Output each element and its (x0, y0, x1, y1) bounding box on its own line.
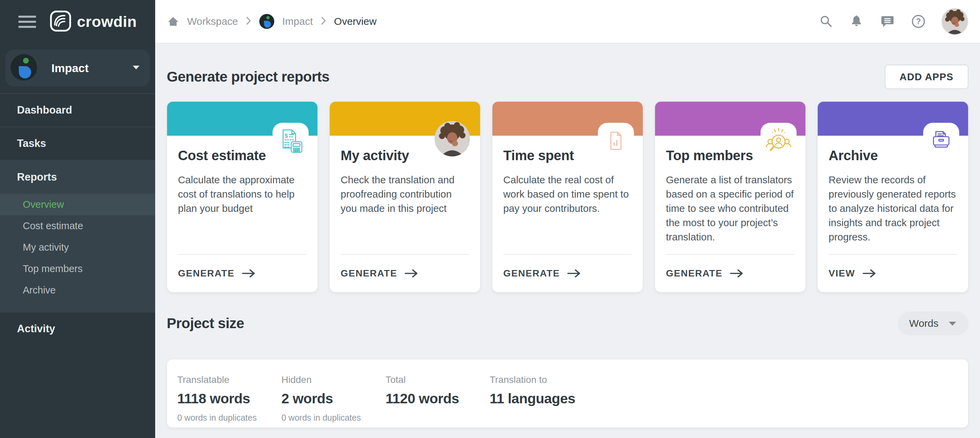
breadcrumb-workspace[interactable]: Workspace (187, 16, 238, 27)
stat-total: Total 1120 words (385, 375, 490, 427)
notifications-bell-icon[interactable] (850, 14, 864, 28)
sidebar-item-tasks[interactable]: Tasks (0, 127, 155, 160)
archive-box-icon (923, 123, 959, 163)
card-description: Check the translation and proofreading c… (340, 173, 469, 216)
member-photo (434, 121, 470, 156)
generate-link[interactable]: GENERATE (340, 254, 469, 292)
sidebar-item-my-activity[interactable]: My activity (0, 237, 155, 258)
arrow-right-icon (862, 269, 876, 278)
card-description: Calculate the real cost of work based on… (503, 173, 632, 216)
crowdin-logo[interactable]: crowdin (50, 10, 137, 33)
chevron-down-icon (132, 65, 140, 71)
card-top-members: Top members Generate a list of translato… (655, 102, 806, 292)
breadcrumb: Workspace Impact Overview (167, 14, 377, 29)
crowdin-wordmark: crowdin (77, 13, 137, 30)
messages-icon[interactable] (880, 14, 895, 29)
sidebar-nav: Dashboard Tasks Reports Overview Cost es… (0, 93, 155, 345)
user-avatar[interactable] (942, 8, 968, 34)
sidebar-item-cost-estimate[interactable]: Cost estimate (0, 215, 155, 237)
search-people-icon (760, 123, 797, 163)
chevron-right-icon (321, 16, 326, 27)
project-switcher-label: Impact (51, 62, 132, 75)
sidebar-item-top-members[interactable]: Top members (0, 258, 155, 279)
view-link[interactable]: VIEW (829, 254, 957, 292)
arrow-right-icon (404, 269, 418, 278)
project-size-title: Project size (167, 315, 244, 332)
main-content: Generate project reports ADD APPS $ (155, 43, 980, 438)
sidebar-item-dashboard[interactable]: Dashboard (0, 93, 155, 127)
sidebar-item-activity[interactable]: Activity (0, 312, 155, 345)
sidebar-reports-section: Reports Overview Cost estimate My activi… (0, 160, 155, 312)
card-description: Review the records of previously generat… (829, 173, 957, 244)
chevron-down-icon (948, 321, 957, 326)
topbar: Workspace Impact Overview (155, 0, 980, 43)
generate-link[interactable]: GENERATE (666, 254, 795, 292)
sidebar-item-overview[interactable]: Overview (0, 194, 155, 215)
sidebar-header: crowdin (0, 0, 155, 43)
project-size-header: Project size Words (167, 311, 969, 335)
crowdin-logo-icon (50, 10, 72, 33)
impact-project-avatar (11, 54, 37, 82)
arrow-right-icon (730, 269, 743, 278)
document-chart-icon (598, 123, 634, 163)
chevron-right-icon (247, 16, 251, 27)
topbar-icons: ? (819, 8, 968, 34)
project-switcher[interactable]: Impact (5, 50, 150, 86)
reports-section-header: Generate project reports ADD APPS (167, 65, 969, 89)
project-size-stats: Translatable 1118 words 0 words in dupli… (167, 359, 969, 428)
card-time-spent: Time spent Calculate the real cost of wo… (492, 102, 643, 292)
stat-hidden: Hidden 2 words 0 words in duplicates (282, 375, 385, 427)
generate-link[interactable]: GENERATE (503, 254, 632, 292)
sidebar-item-archive[interactable]: Archive (0, 279, 155, 301)
card-description: Generate a list of translators based on … (666, 173, 795, 244)
sidebar: crowdin Impact Dashboard Tasks Reports O… (0, 0, 155, 438)
card-cost-estimate: $ Cost estimate Calculate the approximat… (167, 102, 318, 292)
home-icon[interactable] (167, 16, 179, 27)
card-my-activity: My activity Check the translation and pr… (329, 102, 480, 292)
stat-translatable: Translatable 1118 words 0 words in dupli… (177, 375, 282, 427)
card-archive: Archive Review the records of previously… (817, 102, 969, 292)
page-title: Generate project reports (167, 69, 329, 85)
invoice-calculator-icon: $ (272, 123, 309, 163)
sidebar-item-reports[interactable]: Reports (0, 160, 155, 194)
hamburger-menu-icon[interactable] (18, 16, 36, 28)
unit-selector-dropdown[interactable]: Words (898, 311, 969, 335)
breadcrumb-overview: Overview (334, 16, 377, 27)
stat-languages: Translation to 11 languages (490, 375, 594, 427)
search-icon[interactable] (819, 14, 833, 28)
arrow-right-icon (567, 269, 581, 278)
impact-project-avatar[interactable] (259, 14, 274, 29)
report-cards: $ Cost estimate Calculate the approximat… (167, 102, 969, 292)
generate-link[interactable]: GENERATE (178, 254, 307, 292)
help-icon[interactable]: ? (911, 14, 926, 29)
arrow-right-icon (242, 269, 256, 278)
add-apps-button[interactable]: ADD APPS (885, 65, 969, 89)
breadcrumb-impact[interactable]: Impact (282, 16, 313, 27)
svg-text:?: ? (916, 17, 921, 26)
svg-text:$: $ (285, 132, 288, 139)
card-description: Calculate the approximate cost of transl… (178, 173, 307, 216)
